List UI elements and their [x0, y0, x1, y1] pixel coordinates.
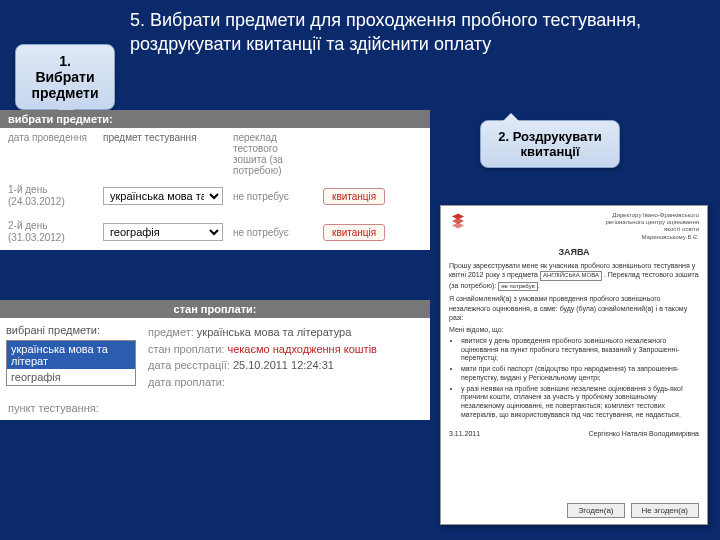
test-point-label: пункт тестування: [0, 396, 430, 420]
list-item: мати при собі паспорт (свідоцтво про нар… [461, 365, 699, 383]
payment-status-panel: стан проплати: вибрані предмети: українс… [0, 300, 430, 420]
agree-button[interactable]: Згоден(а) [567, 503, 624, 518]
subject-label: предмет: [148, 326, 194, 338]
application-document: Директору Івано-Франківського регіональн… [440, 205, 708, 525]
chosen-subjects-list[interactable]: українська мова та літерат географія [6, 340, 136, 386]
callout-select-subjects: 1. Вибрати предмети [15, 44, 115, 110]
reg-date-value: 25.10.2011 12:24:31 [233, 359, 334, 371]
doc-signature: Сергієнко Наталія Володимирівна [588, 430, 699, 437]
doc-paragraph: Прошу зареєструвати мене як учасника про… [449, 261, 699, 292]
doc-heading: ЗАЯВА [449, 247, 699, 257]
subject-row: 2-й день (31.03.2012) географія не потре… [0, 214, 430, 250]
translation-cell: не потребує [233, 191, 313, 202]
subject-select-day1[interactable]: українська мова та [103, 187, 223, 205]
doc-paragraph: Я ознайомлений(а) з умовами проведення п… [449, 294, 699, 321]
pay-date-label: дата проплати: [148, 376, 225, 388]
panel-bar-status: стан проплати: [0, 300, 430, 318]
date-cell: 2-й день (31.03.2012) [8, 220, 93, 244]
panel-bar-select: вибрати предмети: [0, 110, 430, 128]
hdr-subject: предмет тестування [103, 132, 223, 176]
chosen-subjects-label: вибрані предмети: [6, 324, 133, 336]
doc-translation-slot: не потребує [498, 282, 538, 292]
org-logo-icon [449, 212, 467, 230]
doc-list: явитися у день проведення пробного зовні… [461, 337, 699, 420]
subject-select-day2[interactable]: географія [103, 223, 223, 241]
doc-addressee: Директору Івано-Франківського регіональн… [579, 212, 699, 241]
date-cell: 1-й день (24.03.2012) [8, 184, 93, 208]
callout-print-receipts: 2. Роздрукувати квитанції [480, 120, 620, 168]
list-item[interactable]: українська мова та літерат [7, 341, 135, 369]
subject-row: 1-й день (24.03.2012) українська мова та… [0, 178, 430, 214]
list-item[interactable]: географія [7, 369, 135, 385]
status-label: стан проплати: [148, 343, 224, 355]
doc-subject-slot: АНГЛІЙСЬКА МОВА [540, 271, 602, 281]
disagree-button[interactable]: Не згоден(а) [631, 503, 699, 518]
list-item: явитися у день проведення пробного зовні… [461, 337, 699, 363]
subject-value: українська мова та література [197, 326, 351, 338]
hdr-date: дата проведення [8, 132, 93, 176]
status-value: чекаємо надходження коштів [227, 343, 377, 355]
slide-title: 5. Вибрати предмети для проходження проб… [130, 8, 700, 57]
list-item: у разі неявки на пробне зовнішнє незалеж… [461, 385, 699, 420]
select-subjects-panel: вибрати предмети: дата проведення предме… [0, 110, 430, 250]
doc-date: 3.11.2011 [449, 430, 480, 437]
hdr-translation: переклад тестового зошита (за потребою) [233, 132, 313, 176]
doc-list-label: Мені відомо, що: [449, 325, 699, 334]
reg-date-label: дата реєстрації: [148, 359, 230, 371]
receipt-button-day1[interactable]: квитанція [323, 188, 385, 205]
translation-cell: не потребує [233, 227, 313, 238]
receipt-button-day2[interactable]: квитанція [323, 224, 385, 241]
